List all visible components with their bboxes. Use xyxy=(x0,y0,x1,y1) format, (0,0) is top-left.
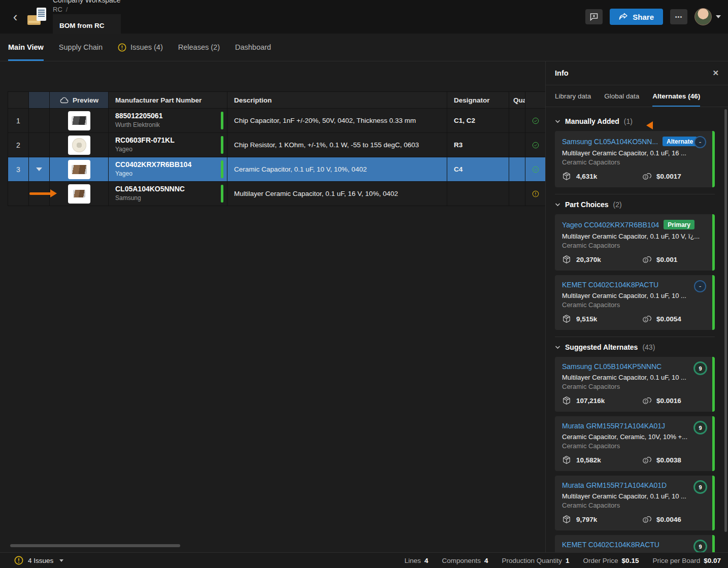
breadcrumb-parent[interactable]: RC xyxy=(53,6,62,13)
tab-releases[interactable]: Releases (2) xyxy=(178,34,220,61)
section-header[interactable]: Manually Added (1) xyxy=(555,117,715,125)
stat-lines: Lines4 xyxy=(405,557,428,564)
stock-stat: 9,797k xyxy=(562,515,642,524)
part-link[interactable]: Yageo CC0402KRX7R6BB104 xyxy=(562,221,659,229)
part-category: Ceramic Capacitors xyxy=(562,383,708,390)
chevron-down-icon[interactable] xyxy=(716,15,721,18)
section-header[interactable]: Suggested Alternates (43) xyxy=(555,343,715,351)
column-header-preview[interactable]: Preview xyxy=(50,92,108,108)
part-badge: Alternate xyxy=(663,137,697,146)
status-ok-icon xyxy=(532,140,539,151)
column-header-rownum[interactable] xyxy=(8,92,28,108)
info-panel-title: Info xyxy=(555,69,569,77)
part-link[interactable]: Samsung CL05A104KO5NN... xyxy=(562,138,658,146)
status-cell xyxy=(525,133,546,157)
stock-value: 20,370k xyxy=(576,256,601,263)
column-header-description[interactable]: Description xyxy=(227,92,447,108)
workspace-title: Company Workspace xyxy=(53,0,121,5)
row-expand-cell[interactable] xyxy=(29,133,49,157)
section-count: (1) xyxy=(624,117,633,125)
panel-scrollbar[interactable] xyxy=(724,109,727,532)
tab-main-view[interactable]: Main View xyxy=(8,34,44,61)
tab-issues[interactable]: Issues (4) xyxy=(118,34,163,61)
column-header-designator[interactable]: Designator xyxy=(447,92,509,108)
back-icon[interactable]: ‹ xyxy=(8,10,22,23)
section-count: (43) xyxy=(642,343,655,351)
part-link[interactable]: KEMET C0402C104K8RACTU xyxy=(562,541,659,549)
alternate-part-card[interactable]: Samsung CL05A104KO5NN... Alternate - Mul… xyxy=(555,131,715,187)
chevron-down-icon[interactable] xyxy=(36,168,42,171)
alternate-part-card[interactable]: Samsung CL05B104KP5NNNC 9 Multilayer Cer… xyxy=(555,357,715,412)
alternate-part-card[interactable]: Yageo CC0402KRX7R6BB104 Primary Multilay… xyxy=(555,214,715,271)
column-header-quantity[interactable]: Qua xyxy=(509,92,525,108)
issues-toggle[interactable]: 4 Issues xyxy=(14,556,63,565)
coins-icon xyxy=(642,172,651,180)
chevron-down-icon[interactable] xyxy=(555,345,560,349)
status-ok-icon xyxy=(532,115,539,126)
tab-library-data[interactable]: Library data xyxy=(555,85,591,107)
avatar[interactable] xyxy=(694,8,712,25)
warning-icon xyxy=(118,43,126,52)
stock-stat: 10,582k xyxy=(562,455,642,464)
part-link[interactable]: Samsung CL05B104KP5NNNC xyxy=(562,362,661,371)
chevron-down-icon[interactable] xyxy=(59,559,63,562)
comment-plus-icon xyxy=(589,12,599,21)
tab-alternates[interactable]: Alternates (46) xyxy=(652,85,700,107)
tab-dashboard[interactable]: Dashboard xyxy=(235,34,271,61)
alternate-part-card[interactable]: KEMET C0402C104K8PACTU - Multilayer Cera… xyxy=(555,275,715,330)
share-icon xyxy=(619,13,628,21)
part-description: Ceramic Capacitor, 0.1 uF, 10 V, 10%, 04… xyxy=(227,157,447,181)
part-description: Multilayer Ceramic Capacitor, 0.1 uF, 16… xyxy=(227,182,447,206)
part-number[interactable]: CL05A104KO5NNNC xyxy=(115,185,220,193)
price-stat: $0.0017 xyxy=(642,172,681,180)
chevron-down-icon[interactable] xyxy=(555,203,560,207)
title-block: Company Workspace RC/BOM from RC xyxy=(53,0,121,38)
quantity-cell xyxy=(509,157,525,181)
mpn-cell[interactable]: CC0402KRX7R6BB104 Yageo xyxy=(109,157,227,181)
part-number[interactable]: RC0603FR-071KL xyxy=(115,136,220,144)
part-link[interactable]: KEMET C0402C104K8PACTU xyxy=(562,281,658,289)
mpn-cell[interactable]: RC0603FR-071KL Yageo xyxy=(109,133,227,157)
price-value: $0.001 xyxy=(656,256,677,263)
part-number[interactable]: 885012205061 xyxy=(115,112,220,120)
tab-supply-chain[interactable]: Supply Chain xyxy=(59,34,103,61)
quantity-cell xyxy=(509,133,525,157)
package-icon xyxy=(562,455,571,464)
remove-alternate-button[interactable]: - xyxy=(694,280,706,292)
column-header-expand[interactable] xyxy=(29,92,49,108)
row-expand-cell[interactable] xyxy=(29,157,49,181)
alternate-part-card[interactable]: Murata GRM155R71A104KA01J 9 Ceramic Capa… xyxy=(555,416,715,471)
part-badge: Primary xyxy=(664,220,694,229)
price-value: $0.0038 xyxy=(656,456,681,464)
tab-global-data[interactable]: Global data xyxy=(604,85,639,107)
alternate-part-card[interactable]: KEMET C0402C104K8RACTU 9 Capacitor, Mult… xyxy=(555,535,715,552)
part-link[interactable]: Murata GRM155R71A104KA01J xyxy=(562,422,665,430)
part-link[interactable]: Murata GRM155R71A104KA01D xyxy=(562,481,667,489)
manufacturer-name: Yageo xyxy=(115,170,220,177)
package-icon xyxy=(562,515,571,524)
share-button[interactable]: Share xyxy=(610,9,663,25)
close-icon[interactable]: ✕ xyxy=(712,69,719,78)
mpn-cell[interactable]: CL05A104KO5NNNC Samsung xyxy=(109,182,227,206)
part-number[interactable]: CC0402KRX7R6BB104 xyxy=(115,160,220,169)
remove-alternate-button[interactable]: - xyxy=(694,136,706,148)
column-header-status[interactable] xyxy=(525,92,546,108)
section-header[interactable]: Part Choices (2) xyxy=(555,201,715,209)
row-expand-cell[interactable] xyxy=(29,109,49,132)
mpn-cell[interactable]: 885012205061 Wurth Elektronik xyxy=(109,109,227,132)
chevron-down-icon[interactable] xyxy=(555,119,560,123)
quantity-cell xyxy=(509,109,525,132)
status-cell xyxy=(525,182,546,206)
status-ok-icon xyxy=(532,164,539,175)
add-comment-button[interactable] xyxy=(585,9,603,24)
section-count: (2) xyxy=(613,201,622,209)
part-category: Ceramic Capacitors xyxy=(562,442,708,450)
column-header-mpn[interactable]: Manufacturer Part Number xyxy=(109,92,227,108)
availability-bar xyxy=(221,185,223,203)
user-menu[interactable] xyxy=(694,8,721,25)
alternate-part-card[interactable]: Murata GRM155R71A104KA01D 9 Multilayer C… xyxy=(555,476,715,530)
price-value: $0.0016 xyxy=(656,397,681,405)
warning-icon xyxy=(14,556,23,565)
horizontal-scrollbar[interactable] xyxy=(10,544,180,547)
more-button[interactable]: ••• xyxy=(670,9,687,24)
